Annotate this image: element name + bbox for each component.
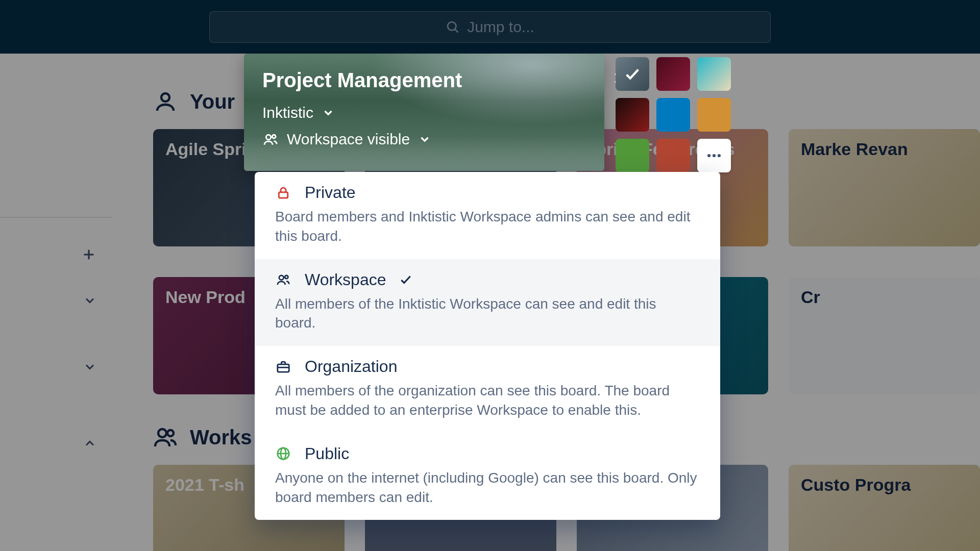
background-swatches bbox=[616, 57, 731, 172]
sidebar-divider bbox=[0, 217, 112, 218]
visibility-label: Workspace visible bbox=[287, 131, 410, 148]
lock-icon bbox=[275, 185, 291, 201]
chevron-down-icon bbox=[83, 360, 97, 378]
visibility-option-workspace[interactable]: Workspace All members of the Inktistic W… bbox=[255, 259, 720, 346]
visibility-option-label: Workspace bbox=[305, 270, 386, 289]
plus-icon[interactable] bbox=[81, 246, 97, 266]
svg-point-15 bbox=[279, 276, 284, 280]
chevron-down-icon bbox=[83, 293, 97, 311]
svg-point-0 bbox=[448, 22, 456, 30]
search-icon bbox=[446, 20, 460, 34]
visibility-option-organization[interactable]: Organization All members of the organiza… bbox=[255, 346, 720, 433]
create-board-preview: Project Management Inktistic Workspace v… bbox=[244, 54, 604, 171]
person-icon bbox=[153, 89, 178, 114]
board-card[interactable]: Custo Progra bbox=[789, 465, 980, 551]
visibility-option-private[interactable]: Private Board members and Inktistic Work… bbox=[255, 172, 720, 259]
create-board-modal: Project Management Inktistic Workspace v… bbox=[244, 54, 604, 171]
svg-line-1 bbox=[455, 29, 458, 32]
bg-swatch-orange[interactable] bbox=[697, 98, 731, 132]
visibility-option-label: Private bbox=[305, 183, 356, 202]
jump-to-search[interactable]: Jump to... bbox=[209, 11, 771, 43]
svg-rect-14 bbox=[279, 192, 288, 197]
svg-point-10 bbox=[272, 135, 276, 138]
visibility-option-label: Organization bbox=[305, 357, 397, 376]
check-icon bbox=[399, 273, 412, 286]
people-icon bbox=[153, 425, 178, 449]
visibility-option-label: Public bbox=[305, 444, 349, 463]
chevron-down-icon bbox=[322, 106, 335, 119]
people-icon bbox=[275, 271, 291, 288]
globe-icon bbox=[275, 445, 291, 462]
visibility-select[interactable]: Workspace visible bbox=[262, 131, 586, 148]
board-card[interactable]: Marke Revan bbox=[789, 129, 980, 246]
people-icon bbox=[262, 131, 279, 147]
bg-swatch-rust[interactable] bbox=[656, 139, 690, 172]
visibility-option-desc: All members of the Inktistic Workspace c… bbox=[275, 294, 700, 333]
svg-point-4 bbox=[167, 430, 174, 436]
svg-point-13 bbox=[718, 154, 721, 157]
bg-swatch-green[interactable] bbox=[616, 139, 649, 172]
visibility-option-public[interactable]: Public Anyone on the internet (including… bbox=[255, 433, 720, 520]
visibility-option-desc: All members of the organization can see … bbox=[275, 381, 700, 420]
workspace-select[interactable]: Inktistic bbox=[262, 104, 586, 121]
top-bar: Jump to... bbox=[0, 0, 980, 54]
more-icon bbox=[705, 147, 723, 164]
sidebar-item-ces[interactable]: CES bbox=[0, 233, 112, 279]
search-placeholder: Jump to... bbox=[467, 18, 534, 36]
workspace-name: Inktistic bbox=[262, 104, 313, 121]
left-sidebar: CES al bbox=[0, 54, 112, 468]
chevron-down-icon bbox=[418, 133, 431, 146]
check-icon bbox=[624, 65, 641, 83]
visibility-popover: Private Board members and Inktistic Work… bbox=[255, 172, 720, 520]
sidebar-item-collapse[interactable] bbox=[0, 279, 112, 325]
visibility-option-desc: Anyone on the internet (including Google… bbox=[275, 468, 700, 507]
bg-swatch-blue[interactable] bbox=[656, 98, 690, 132]
briefcase-icon bbox=[275, 359, 291, 375]
svg-point-11 bbox=[707, 154, 710, 157]
svg-point-9 bbox=[266, 135, 271, 139]
board-card[interactable]: Cr bbox=[789, 277, 980, 394]
board-title-input[interactable]: Project Management bbox=[262, 69, 586, 92]
bg-swatch-wave[interactable] bbox=[697, 57, 731, 91]
svg-point-2 bbox=[161, 93, 169, 102]
sidebar-item-collapse-2[interactable] bbox=[0, 422, 112, 468]
svg-point-16 bbox=[285, 276, 288, 279]
bg-swatch-more[interactable] bbox=[697, 139, 731, 172]
bg-swatch-lava[interactable] bbox=[616, 98, 649, 132]
svg-point-12 bbox=[713, 154, 716, 157]
bg-swatch-mountains[interactable] bbox=[616, 57, 649, 91]
svg-point-3 bbox=[158, 429, 166, 437]
visibility-option-desc: Board members and Inktistic Workspace ad… bbox=[275, 207, 700, 246]
sidebar-item-al[interactable]: al bbox=[0, 345, 112, 391]
chevron-up-icon bbox=[83, 436, 97, 454]
bg-swatch-red-forest[interactable] bbox=[656, 57, 690, 91]
